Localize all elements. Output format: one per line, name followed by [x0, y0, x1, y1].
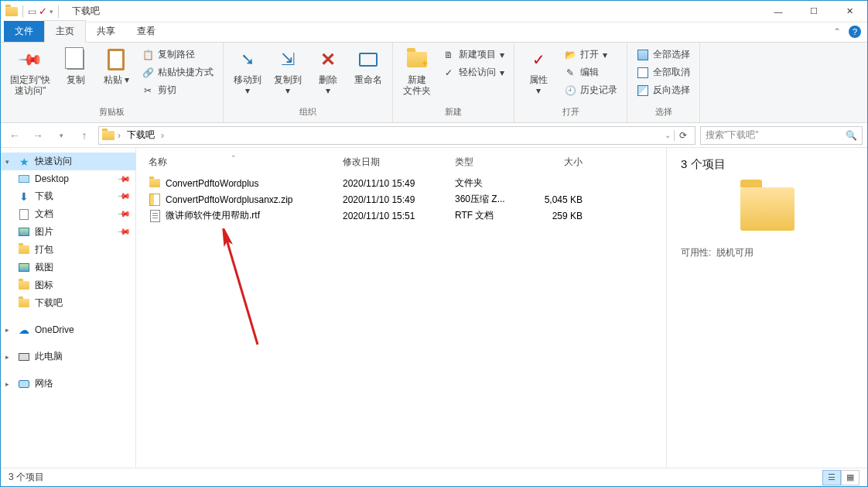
- sidebar-dabao[interactable]: 打包: [1, 241, 135, 259]
- tab-share[interactable]: 共享: [86, 21, 126, 42]
- details-view-button[interactable]: ☰: [822, 470, 841, 485]
- window-controls: — ☐ ✕: [760, 1, 867, 22]
- sidebar-pictures[interactable]: 图片📌: [1, 223, 135, 241]
- chevron-right-icon[interactable]: ›: [118, 130, 121, 141]
- column-type[interactable]: 类型: [455, 156, 528, 169]
- pin-to-quick-access-button[interactable]: 📌 固定到"快 速访问": [7, 46, 53, 98]
- sidebar-label: Desktop: [35, 173, 69, 184]
- file-row[interactable]: ConvertPdftoWordplus 2020/11/10 15:49 文件…: [145, 175, 657, 191]
- rtf-icon: [150, 210, 160, 222]
- tab-file[interactable]: 文件: [4, 21, 44, 42]
- delete-button[interactable]: ✕ 删除▾: [310, 46, 346, 98]
- search-icon[interactable]: 🔍: [846, 130, 857, 141]
- pictures-icon: [19, 263, 29, 272]
- new-item-button[interactable]: 🗎新建项目 ▾: [439, 47, 507, 62]
- file-type: 360压缩 Z...: [455, 193, 528, 206]
- properties-qat-icon[interactable]: ▭: [28, 6, 36, 17]
- maximize-button[interactable]: ☐: [796, 1, 832, 22]
- file-row[interactable]: 微讲师软件使用帮助.rtf 2020/11/10 15:51 RTF 文档 25…: [145, 207, 657, 224]
- dropdown-icon[interactable]: ⌄: [665, 131, 671, 139]
- move-to-button[interactable]: ➘ 移动到▾: [230, 46, 265, 98]
- history-button[interactable]: 🕘历史记录: [561, 83, 620, 98]
- sidebar-this-pc[interactable]: ▸此电脑: [1, 348, 135, 365]
- minimize-button[interactable]: —: [760, 1, 796, 22]
- edit-button[interactable]: ✎编辑: [561, 65, 620, 80]
- invert-selection-button[interactable]: 反向选择: [634, 83, 693, 98]
- sidebar-tubiao[interactable]: 图标: [1, 276, 135, 294]
- folder-icon: [19, 281, 29, 290]
- search-box[interactable]: 搜索"下载吧" 🔍: [700, 126, 863, 145]
- copy-to-label: 复制到▾: [274, 74, 302, 97]
- separator: [22, 5, 23, 18]
- sidebar-label: 截图: [35, 261, 53, 274]
- ribbon-help: ⌃ ?: [833, 26, 861, 38]
- folder-icon: [149, 179, 160, 187]
- back-button[interactable]: ←: [5, 126, 24, 145]
- sidebar-downloads[interactable]: ⬇下载📌: [1, 187, 135, 205]
- select-none-button[interactable]: 全部取消: [634, 65, 693, 80]
- address-bar[interactable]: › 下载吧 › ⌄ ⟳: [98, 126, 695, 145]
- column-name[interactable]: 名称⌃: [145, 156, 343, 169]
- check-icon[interactable]: ✓: [39, 5, 47, 17]
- sidebar-label: 图标: [35, 279, 53, 292]
- help-icon[interactable]: ?: [849, 26, 861, 38]
- copy-button[interactable]: 复制: [58, 46, 94, 87]
- forward-button[interactable]: →: [29, 126, 47, 145]
- chevron-right-icon[interactable]: ▸: [5, 380, 9, 388]
- sidebar-jietu[interactable]: 截图: [1, 259, 135, 276]
- shortcut-icon: 🔗: [142, 67, 154, 79]
- sidebar-quick-access[interactable]: ▾★快速访问: [1, 153, 135, 170]
- paste-icon: [108, 49, 125, 70]
- sidebar-xiazaiba[interactable]: 下载吧: [1, 294, 135, 312]
- paste-shortcut-button[interactable]: 🔗粘贴快捷方式: [138, 65, 217, 80]
- pin-icon: 📌: [116, 207, 131, 221]
- cut-button[interactable]: ✂剪切: [138, 83, 217, 98]
- open-icon: 📂: [564, 49, 576, 61]
- file-row[interactable]: ConvertPdftoWordplusanxz.zip 2020/11/10 …: [145, 191, 657, 207]
- move-label: 移动到▾: [234, 74, 261, 97]
- folder-icon: [5, 7, 18, 16]
- sidebar-label: 此电脑: [35, 350, 63, 363]
- sidebar-network[interactable]: ▸网络: [1, 375, 135, 393]
- properties-button[interactable]: ✓ 属性▾: [521, 46, 556, 98]
- title-bar: ▭ ✓ ▾ 下载吧 — ☐ ✕: [1, 1, 867, 22]
- delete-icon: ✕: [320, 49, 336, 70]
- close-button[interactable]: ✕: [832, 1, 867, 22]
- copy-to-button[interactable]: ⇲ 复制到▾: [270, 46, 306, 98]
- copy-label: 复制: [67, 74, 85, 85]
- up-button[interactable]: ↑: [75, 126, 94, 145]
- open-button[interactable]: 📂打开 ▾: [561, 47, 620, 62]
- group-select: 全部选择 全部取消 反向选择 选择: [627, 43, 700, 122]
- chevron-down-icon[interactable]: ▾: [50, 8, 53, 15]
- easy-access-icon: ✓: [443, 67, 455, 79]
- pin-icon: 📌: [116, 189, 131, 204]
- rename-icon: [359, 53, 378, 67]
- recent-button[interactable]: ▾: [52, 126, 70, 145]
- collapse-ribbon-icon[interactable]: ⌃: [833, 26, 841, 37]
- chevron-down-icon[interactable]: ▾: [5, 158, 9, 166]
- column-size[interactable]: 大小: [528, 156, 598, 169]
- copy-path-button[interactable]: 📋复制路径: [138, 47, 217, 62]
- column-date[interactable]: 修改日期: [343, 156, 455, 169]
- file-date: 2020/11/10 15:51: [343, 211, 455, 221]
- tab-home[interactable]: 主页: [44, 20, 86, 43]
- easy-access-button[interactable]: ✓轻松访问 ▾: [439, 65, 507, 80]
- sidebar-label: 网络: [35, 377, 53, 390]
- select-all-button[interactable]: 全部选择: [634, 47, 693, 62]
- path-icon: 📋: [142, 49, 154, 61]
- sidebar-desktop[interactable]: Desktop📌: [1, 170, 135, 187]
- thumbnails-view-button[interactable]: ▦: [841, 470, 859, 485]
- folder-icon: [19, 299, 29, 307]
- sidebar-onedrive[interactable]: ▸☁OneDrive: [1, 321, 135, 338]
- rename-button[interactable]: 重命名: [350, 46, 386, 87]
- chevron-right-icon[interactable]: ▸: [5, 353, 9, 361]
- breadcrumb-root[interactable]: 下载吧: [124, 129, 158, 142]
- new-folder-button[interactable]: 新建 文件夹: [399, 46, 435, 98]
- paste-button[interactable]: 粘贴 ▾: [98, 46, 134, 87]
- chevron-right-icon[interactable]: ▸: [5, 326, 9, 334]
- tab-view[interactable]: 查看: [126, 21, 166, 42]
- file-list[interactable]: 名称⌃ 修改日期 类型 大小 ConvertPdftoWordplus 2020…: [136, 148, 666, 467]
- sidebar-documents[interactable]: 文档📌: [1, 205, 135, 223]
- refresh-button[interactable]: ⟳: [674, 130, 692, 141]
- chevron-right-icon[interactable]: ›: [161, 130, 164, 141]
